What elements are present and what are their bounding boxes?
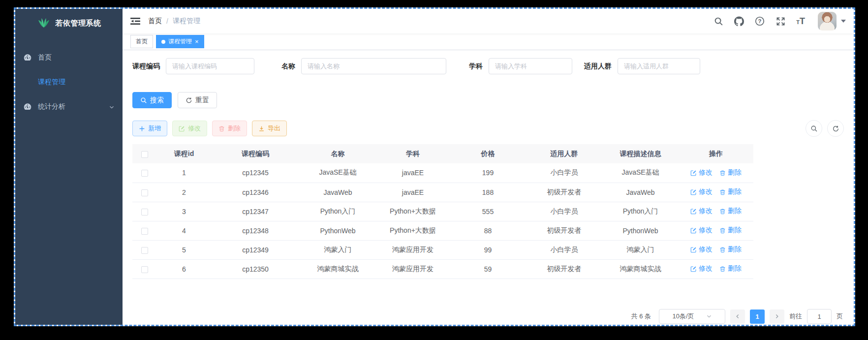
user-menu[interactable] — [818, 12, 846, 31]
tab-course-management[interactable]: 课程管理 × — [156, 35, 204, 48]
page-number-1[interactable]: 1 — [750, 309, 765, 324]
cell-name: JavaWeb — [300, 183, 376, 202]
show-search-icon[interactable] — [806, 120, 822, 137]
trash-icon — [719, 247, 726, 253]
cell-price: 199 — [450, 163, 526, 183]
edit-button[interactable]: 修改 — [172, 121, 207, 136]
cell-course-code: cp12346 — [211, 183, 300, 202]
sidebar-item-course-management[interactable]: 课程管理 — [15, 70, 123, 94]
select-all-checkbox[interactable] — [141, 151, 148, 158]
tab-label: 首页 — [136, 37, 148, 46]
cell-audience: 初级开发者 — [526, 183, 602, 202]
search-button[interactable]: 搜索 — [132, 92, 172, 108]
row-delete-link[interactable]: 删除 — [719, 264, 742, 273]
close-icon[interactable]: × — [195, 38, 199, 45]
cell-description: 鸿蒙入门 — [602, 240, 679, 259]
row-delete-link[interactable]: 删除 — [719, 168, 742, 177]
page-size-select[interactable]: 10条/页 — [659, 309, 725, 324]
navbar-actions: ? TT — [713, 12, 846, 31]
main-area: 首页 / 课程管理 ? TT — [123, 9, 854, 325]
row-checkbox[interactable] — [141, 266, 148, 273]
next-page-button[interactable] — [770, 309, 784, 324]
sidebar-item-statistics[interactable]: 统计分析 — [15, 94, 123, 119]
column-header: 学科 — [376, 144, 450, 163]
cell-course-id: 3 — [157, 202, 211, 221]
row-checkbox[interactable] — [141, 209, 148, 216]
trash-icon — [719, 266, 726, 272]
row-edit-link[interactable]: 修改 — [690, 187, 713, 196]
cell-description: PythonWeb — [602, 221, 679, 240]
filter-name: 名称 — [281, 58, 446, 74]
cell-subject: 鸿蒙应用开发 — [376, 259, 450, 278]
course-table: 课程id 课程编码 名称 学科 价格 适用人群 课程描述信息 操作 1 cp12… — [132, 144, 753, 279]
chevron-down-icon — [706, 313, 712, 319]
name-input[interactable] — [301, 58, 446, 74]
tab-home[interactable]: 首页 — [130, 35, 153, 48]
row-checkbox[interactable] — [141, 228, 148, 235]
cell-name: 鸿蒙入门 — [300, 240, 376, 259]
audience-input[interactable] — [618, 58, 700, 74]
row-edit-link[interactable]: 修改 — [690, 245, 713, 254]
column-header: 课程描述信息 — [602, 144, 679, 163]
refresh-icon[interactable] — [827, 120, 844, 137]
avatar[interactable] — [818, 12, 837, 31]
pagination: 共 6 条 10条/页 1 前往 页 — [631, 309, 843, 324]
logo: 若依管理系统 — [15, 9, 123, 37]
cell-description: JavaWeb — [602, 183, 679, 202]
filter-label: 学科 — [469, 62, 483, 71]
row-edit-link[interactable]: 修改 — [690, 168, 713, 177]
cell-name: 鸿蒙商城实战 — [300, 259, 376, 278]
sidebar-toggle-icon[interactable] — [130, 17, 140, 26]
tags-view-bar: 首页 课程管理 × — [123, 33, 854, 50]
trash-icon — [719, 189, 726, 195]
table-row: 1 cp12345 JavaSE基础 javaEE 199 小白学员 JavaS… — [132, 163, 753, 183]
row-delete-link[interactable]: 删除 — [719, 207, 742, 216]
delete-button[interactable]: 删除 — [212, 121, 247, 136]
cell-subject: Python+大数据 — [376, 221, 450, 240]
table-row: 5 cp12349 鸿蒙入门 鸿蒙应用开发 99 小白学员 鸿蒙入门 修改 — [132, 240, 753, 259]
row-delete-link[interactable]: 删除 — [719, 187, 742, 196]
svg-text:?: ? — [758, 18, 762, 24]
row-edit-link[interactable]: 修改 — [690, 264, 713, 273]
cell-description: 鸿蒙商城实战 — [602, 259, 679, 278]
reset-button[interactable]: 重置 — [178, 92, 217, 108]
search-icon[interactable] — [713, 16, 723, 26]
row-checkbox[interactable] — [141, 170, 148, 177]
cell-course-id: 4 — [157, 221, 211, 240]
breadcrumb-home[interactable]: 首页 — [148, 17, 162, 26]
cell-course-code: cp12347 — [211, 202, 300, 221]
add-button[interactable]: 新增 — [132, 121, 167, 136]
cell-audience: 初级开发者 — [526, 221, 602, 240]
dashboard-icon — [23, 53, 32, 62]
fullscreen-icon[interactable] — [775, 16, 785, 26]
course-code-input[interactable] — [166, 58, 254, 74]
table-toolbar: 新增 修改 删除 导出 — [132, 120, 844, 137]
font-size-icon[interactable]: TT — [796, 17, 805, 26]
cell-price: 88 — [450, 221, 526, 240]
row-edit-link[interactable]: 修改 — [690, 207, 713, 216]
github-icon[interactable] — [734, 16, 744, 26]
row-delete-link[interactable]: 删除 — [719, 245, 742, 254]
toolbar-right — [806, 120, 844, 137]
row-delete-link[interactable]: 删除 — [719, 226, 742, 235]
cell-course-code: cp12348 — [211, 221, 300, 240]
cell-subject: javaEE — [376, 183, 450, 202]
table-row: 4 cp12348 PythonWeb Python+大数据 88 初级开发者 … — [132, 221, 753, 240]
row-checkbox[interactable] — [141, 189, 148, 196]
edit-icon — [690, 208, 697, 215]
table-body: 1 cp12345 JavaSE基础 javaEE 199 小白学员 JavaS… — [132, 163, 753, 278]
subject-input[interactable] — [489, 58, 572, 74]
export-button[interactable]: 导出 — [252, 121, 287, 136]
cell-audience: 初级开发者 — [526, 259, 602, 278]
goto-page-input[interactable] — [807, 309, 832, 324]
breadcrumb-separator: / — [166, 17, 168, 25]
breadcrumb: 首页 / 课程管理 — [148, 17, 200, 26]
row-edit-link[interactable]: 修改 — [690, 226, 713, 235]
column-header: 操作 — [679, 144, 753, 163]
question-icon[interactable]: ? — [755, 16, 765, 26]
cell-name: PythonWeb — [300, 221, 376, 240]
sidebar-item-home[interactable]: 首页 — [15, 45, 123, 70]
row-checkbox[interactable] — [141, 247, 148, 254]
prev-page-button[interactable] — [730, 309, 745, 324]
app-window: 若依管理系统 首页 课程管理 统计分析 — [14, 7, 855, 326]
